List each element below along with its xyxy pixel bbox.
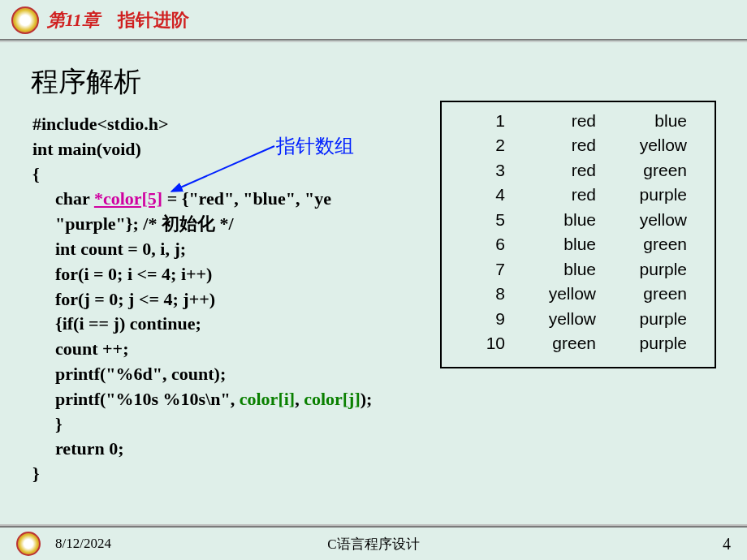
out-col-a: yellow xyxy=(505,307,596,331)
code-line: char *color[5] = {"red", "blue", "ye xyxy=(32,187,455,212)
out-num: 8 xyxy=(453,282,505,306)
code-text: printf("%10s %10s\n", xyxy=(55,389,240,409)
out-col-a: blue xyxy=(505,257,596,282)
out-num: 3 xyxy=(453,158,505,183)
code-line: { xyxy=(32,162,455,187)
out-num: 6 xyxy=(453,232,505,256)
footer-page-number: 4 xyxy=(723,535,731,554)
header-divider xyxy=(0,41,747,42)
out-col-a: red xyxy=(505,109,596,133)
out-col-a: yellow xyxy=(505,282,596,306)
out-num: 2 xyxy=(453,133,505,157)
chapter-suffix: 章 xyxy=(82,10,100,30)
output-row: 4redpurple xyxy=(453,183,703,207)
output-box: 1redblue 2redyellow 3redgreen 4redpurple… xyxy=(440,101,716,368)
out-col-b: yellow xyxy=(596,208,687,232)
out-col-b: green xyxy=(596,282,687,306)
code-line: "purple"}; /* 初始化 */ xyxy=(32,212,455,237)
chapter-name: 指针进阶 xyxy=(118,10,189,30)
code-line: printf("%6d", count); xyxy=(32,362,455,387)
code-line: for(i = 0; i <= 4; i++) xyxy=(32,262,455,287)
code-color-j: color[j] xyxy=(304,389,361,409)
out-num: 9 xyxy=(453,307,505,331)
code-line: return 0; xyxy=(32,437,455,462)
code-line: int count = 0, i, j; xyxy=(32,237,455,262)
code-color-i: color[i] xyxy=(240,389,295,409)
code-line: #include<stdio.h> xyxy=(32,112,455,137)
chapter-prefix: 第 xyxy=(47,10,65,30)
out-col-a: green xyxy=(505,331,596,355)
code-line: printf("%10s %10s\n", color[i], color[j]… xyxy=(32,387,455,412)
footer-date: 8/12/2024 xyxy=(55,536,111,552)
code-line: int main(void) xyxy=(32,137,455,162)
chapter-title: 第11章指针进阶 xyxy=(47,8,189,32)
university-logo-icon xyxy=(16,532,41,556)
out-num: 10 xyxy=(453,331,505,355)
code-text: ); xyxy=(361,389,373,409)
code-line: } xyxy=(32,462,455,487)
code-pointer-array-decl: *color[5] xyxy=(94,188,162,209)
output-row: 1redblue xyxy=(453,109,703,133)
out-col-b: purple xyxy=(596,183,687,207)
code-block: #include<stdio.h> int main(void) { char … xyxy=(32,112,455,487)
out-col-b: yellow xyxy=(596,133,687,157)
output-row: 9yellowpurple xyxy=(453,307,703,331)
output-row: 8yellowgreen xyxy=(453,282,703,306)
out-col-a: red xyxy=(505,133,596,157)
out-col-b: purple xyxy=(596,257,687,282)
output-row: 2redyellow xyxy=(453,133,703,157)
out-num: 7 xyxy=(453,257,505,282)
code-line: {if(i == j) continue; xyxy=(32,312,455,337)
chapter-number: 11 xyxy=(65,10,82,30)
out-num: 1 xyxy=(453,109,505,133)
out-col-b: green xyxy=(596,158,687,183)
slide-footer: 8/12/2024 C语言程序设计 4 xyxy=(0,526,747,560)
out-col-b: green xyxy=(596,232,687,256)
output-row: 5blueyellow xyxy=(453,208,703,232)
output-row: 7bluepurple xyxy=(453,257,703,282)
out-col-b: purple xyxy=(596,331,687,355)
code-text: char xyxy=(55,188,94,209)
code-text: = {"red", "blue", "ye xyxy=(162,188,331,209)
out-col-b: purple xyxy=(596,307,687,331)
out-col-a: red xyxy=(505,183,596,207)
out-num: 4 xyxy=(453,183,505,207)
university-logo-icon xyxy=(11,6,39,34)
annotation-pointer-array: 指针数组 xyxy=(276,133,354,159)
code-line: for(j = 0; j <= 4; j++) xyxy=(32,287,455,312)
slide-header: 第11章指针进阶 xyxy=(0,0,747,41)
out-col-a: blue xyxy=(505,208,596,232)
code-line: } xyxy=(32,412,455,437)
footer-course-name: C语言程序设计 xyxy=(327,535,419,554)
code-text: , xyxy=(295,389,304,409)
code-line: count ++; xyxy=(32,337,455,362)
output-row: 6bluegreen xyxy=(453,232,703,256)
out-col-a: red xyxy=(505,158,596,183)
out-col-a: blue xyxy=(505,232,596,256)
output-row: 10greenpurple xyxy=(453,331,703,355)
output-row: 3redgreen xyxy=(453,158,703,183)
out-num: 5 xyxy=(453,208,505,232)
out-col-b: blue xyxy=(596,109,687,133)
